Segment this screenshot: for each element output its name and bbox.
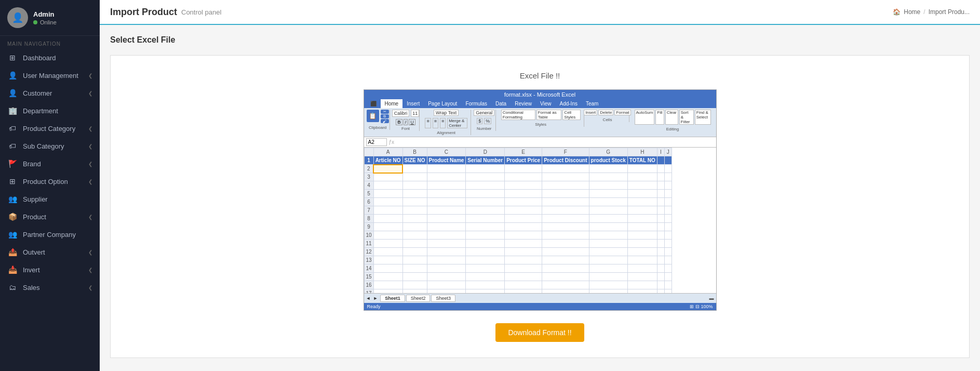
cell-r9c7[interactable] (627, 223, 657, 231)
cell-r13c3[interactable] (466, 256, 505, 264)
cell-r15c1[interactable] (402, 273, 427, 281)
sidebar-item-outvert[interactable]: 📤 Outvert ❮ (0, 243, 100, 261)
cell-r13c4[interactable] (505, 256, 542, 264)
cell-styles-button[interactable]: Cell Styles (562, 110, 580, 120)
cell-r4c1[interactable] (402, 181, 427, 190)
cell-r3c9[interactable] (664, 173, 672, 181)
cell-r12c8[interactable] (657, 248, 664, 256)
cell-i1[interactable] (657, 156, 664, 165)
cell-r6c7[interactable] (627, 198, 657, 206)
copy-icon[interactable]: ⧉ (381, 114, 389, 118)
cell-r17c5[interactable] (542, 289, 589, 294)
cell-r17c4[interactable] (505, 289, 542, 294)
cell-r16c8[interactable] (657, 281, 664, 289)
sidebar-item-supplier[interactable]: 👥 Supplier (0, 190, 100, 208)
cell-r13c0[interactable] (373, 256, 402, 264)
cell-r7c4[interactable] (505, 206, 542, 215)
delete-cells-button[interactable]: Delete (598, 110, 613, 115)
cell-r16c7[interactable] (627, 281, 657, 289)
ribbon-tab-view[interactable]: View (536, 99, 556, 108)
fill-button[interactable]: Fill (655, 110, 664, 125)
cell-e1[interactable]: Product Price (505, 156, 542, 165)
cell-d2[interactable] (466, 165, 505, 173)
col-header-j[interactable]: J (664, 148, 672, 156)
cell-f2[interactable] (542, 165, 589, 173)
cell-r16c4[interactable] (505, 281, 542, 289)
sheet-nav-left[interactable]: ◄ (366, 296, 371, 301)
align-right-icon[interactable]: ≡ (440, 118, 446, 128)
cell-r10c4[interactable] (505, 231, 542, 240)
cell-r3c1[interactable] (402, 173, 427, 181)
cell-r9c2[interactable] (427, 223, 466, 231)
cell-r15c7[interactable] (627, 273, 657, 281)
cell-r14c3[interactable] (466, 264, 505, 273)
cell-r16c1[interactable] (402, 281, 427, 289)
cell-r8c1[interactable] (402, 215, 427, 223)
cell-r7c5[interactable] (542, 206, 589, 215)
cell-j2[interactable] (664, 165, 672, 173)
align-center-icon[interactable]: ≡ (433, 118, 438, 128)
cell-r4c0[interactable] (373, 181, 402, 190)
cell-b2[interactable] (402, 165, 427, 173)
cell-r11c0[interactable] (373, 240, 402, 248)
cell-r3c4[interactable] (505, 173, 542, 181)
cell-r17c7[interactable] (627, 289, 657, 294)
cell-g1[interactable]: product Stock (589, 156, 627, 165)
ribbon-tab-team[interactable]: Team (582, 99, 602, 108)
ribbon-tab-data[interactable]: Data (491, 99, 511, 108)
underline-button[interactable]: U (409, 119, 415, 125)
cell-r7c9[interactable] (664, 206, 672, 215)
cell-r7c7[interactable] (627, 206, 657, 215)
cell-r5c2[interactable] (427, 190, 466, 198)
col-header-i[interactable]: I (657, 148, 664, 156)
sidebar-item-partner-company[interactable]: 👥 Partner Company (0, 226, 100, 243)
cell-r3c0[interactable] (373, 173, 402, 181)
cell-r8c6[interactable] (589, 215, 627, 223)
cell-r8c4[interactable] (505, 215, 542, 223)
cell-r7c6[interactable] (589, 206, 627, 215)
cell-r10c9[interactable] (664, 231, 672, 240)
cell-r11c9[interactable] (664, 240, 672, 248)
cell-r15c9[interactable] (664, 273, 672, 281)
cell-reference-box[interactable]: A2 (366, 138, 387, 146)
align-left-icon[interactable]: ≡ (425, 118, 431, 128)
cell-r9c4[interactable] (505, 223, 542, 231)
cell-r11c7[interactable] (627, 240, 657, 248)
cell-j1[interactable] (664, 156, 672, 165)
sidebar-item-brand[interactable]: 🚩 Brand ❮ (0, 155, 100, 173)
col-header-a[interactable]: A (373, 148, 402, 156)
cell-r14c1[interactable] (402, 264, 427, 273)
cell-r5c9[interactable] (664, 190, 672, 198)
cell-r13c9[interactable] (664, 256, 672, 264)
cell-r5c4[interactable] (505, 190, 542, 198)
currency-icon[interactable]: $ (477, 118, 482, 124)
ribbon-tab-home[interactable]: ⬛ (366, 99, 381, 108)
cell-r16c9[interactable] (664, 281, 672, 289)
conditional-formatting-button[interactable]: Conditional Formatting (501, 110, 535, 120)
sidebar-item-sub-category[interactable]: 🏷 Sub Category ❮ (0, 137, 100, 155)
cell-r15c6[interactable] (589, 273, 627, 281)
cell-r8c9[interactable] (664, 215, 672, 223)
cell-r16c5[interactable] (542, 281, 589, 289)
cell-r17c8[interactable] (657, 289, 664, 294)
cell-r4c9[interactable] (664, 181, 672, 190)
sidebar-item-sales[interactable]: 🗂 Sales ❮ (0, 279, 100, 296)
cell-r7c0[interactable] (373, 206, 402, 215)
cell-r3c8[interactable] (657, 173, 664, 181)
cell-r14c2[interactable] (427, 264, 466, 273)
cell-r5c5[interactable] (542, 190, 589, 198)
cell-r8c8[interactable] (657, 215, 664, 223)
cell-r12c4[interactable] (505, 248, 542, 256)
cell-r10c5[interactable] (542, 231, 589, 240)
cell-r5c7[interactable] (627, 190, 657, 198)
col-header-c[interactable]: C (427, 148, 466, 156)
col-header-d[interactable]: D (466, 148, 505, 156)
sidebar-item-customer[interactable]: 👤 Customer ❮ (0, 84, 100, 102)
ribbon-tab-home-label[interactable]: Home (381, 99, 403, 108)
cell-r6c3[interactable] (466, 198, 505, 206)
format-as-table-button[interactable]: Format as Table (536, 110, 562, 120)
cell-r4c5[interactable] (542, 181, 589, 190)
cell-r12c1[interactable] (402, 248, 427, 256)
formula-input[interactable] (396, 139, 714, 145)
cell-r17c0[interactable] (373, 289, 402, 294)
